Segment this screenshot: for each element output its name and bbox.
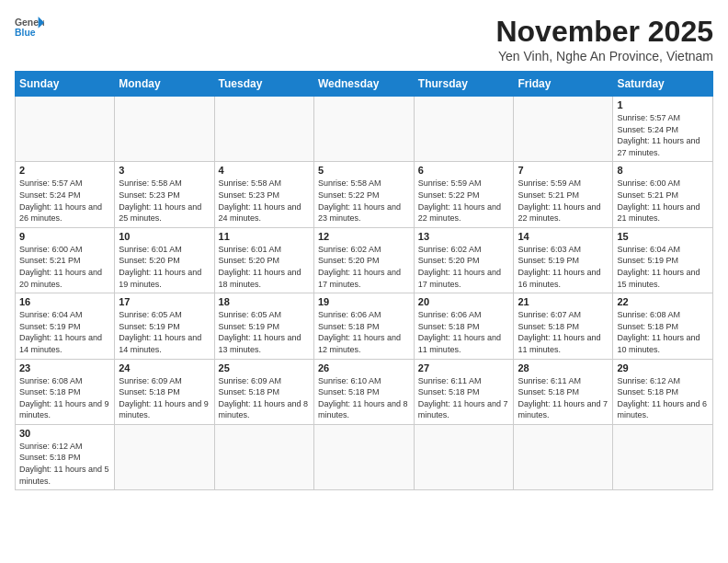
week-row-2: 2 Sunrise: 5:57 AM Sunset: 5:24 PM Dayli…	[16, 162, 713, 227]
empty-cell	[115, 97, 214, 162]
day-22: 22 Sunrise: 6:08 AM Sunset: 5:18 PM Dayl…	[613, 293, 713, 359]
day-20: 20 Sunrise: 6:06 AM Sunset: 5:18 PM Dayl…	[414, 293, 514, 359]
day-18: 18 Sunrise: 6:05 AM Sunset: 5:19 PM Dayl…	[214, 293, 313, 359]
day-30: 30 Sunrise: 6:12 AM Sunset: 5:18 PM Dayl…	[16, 424, 115, 489]
subtitle: Yen Vinh, Nghe An Province, Vietnam	[495, 49, 713, 63]
weekday-header-row: Sunday Monday Tuesday Wednesday Thursday…	[16, 72, 713, 97]
week-row-5: 23 Sunrise: 6:08 AM Sunset: 5:18 PM Dayl…	[16, 359, 713, 424]
header-tuesday: Tuesday	[214, 72, 313, 97]
empty-cell	[414, 424, 514, 489]
empty-cell	[514, 424, 613, 489]
empty-cell	[313, 97, 414, 162]
day-14: 14 Sunrise: 6:03 AM Sunset: 5:19 PM Dayl…	[514, 227, 613, 293]
day-28: 28 Sunrise: 6:11 AM Sunset: 5:18 PM Dayl…	[514, 359, 613, 424]
day-27: 27 Sunrise: 6:11 AM Sunset: 5:18 PM Dayl…	[414, 359, 514, 424]
day-13: 13 Sunrise: 6:02 AM Sunset: 5:20 PM Dayl…	[414, 227, 514, 293]
empty-cell	[514, 97, 613, 162]
month-title: November 2025	[495, 15, 713, 49]
day-6: 6 Sunrise: 5:59 AM Sunset: 5:22 PM Dayli…	[414, 162, 514, 227]
week-row-6: 30 Sunrise: 6:12 AM Sunset: 5:18 PM Dayl…	[16, 424, 713, 489]
header-friday: Friday	[514, 72, 613, 97]
day-17: 17 Sunrise: 6:05 AM Sunset: 5:19 PM Dayl…	[115, 293, 214, 359]
empty-cell	[115, 424, 214, 489]
empty-cell	[313, 424, 414, 489]
day-1: 1 Sunrise: 5:57 AM Sunset: 5:24 PM Dayli…	[613, 97, 713, 162]
day-12: 12 Sunrise: 6:02 AM Sunset: 5:20 PM Dayl…	[313, 227, 414, 293]
svg-text:Blue: Blue	[15, 28, 36, 38]
day-7: 7 Sunrise: 5:59 AM Sunset: 5:21 PM Dayli…	[514, 162, 613, 227]
day-15: 15 Sunrise: 6:04 AM Sunset: 5:19 PM Dayl…	[613, 227, 713, 293]
day-25: 25 Sunrise: 6:09 AM Sunset: 5:18 PM Dayl…	[214, 359, 313, 424]
day-3: 3 Sunrise: 5:58 AM Sunset: 5:23 PM Dayli…	[115, 162, 214, 227]
day-19: 19 Sunrise: 6:06 AM Sunset: 5:18 PM Dayl…	[313, 293, 414, 359]
week-row-1: 1 Sunrise: 5:57 AM Sunset: 5:24 PM Dayli…	[16, 97, 713, 162]
day-16: 16 Sunrise: 6:04 AM Sunset: 5:19 PM Dayl…	[16, 293, 115, 359]
day-10: 10 Sunrise: 6:01 AM Sunset: 5:20 PM Dayl…	[115, 227, 214, 293]
empty-cell	[613, 424, 713, 489]
header-thursday: Thursday	[414, 72, 514, 97]
header: General Blue November 2025 Yen Vinh, Ngh…	[15, 15, 713, 63]
day-5: 5 Sunrise: 5:58 AM Sunset: 5:22 PM Dayli…	[313, 162, 414, 227]
week-row-3: 9 Sunrise: 6:00 AM Sunset: 5:21 PM Dayli…	[16, 227, 713, 293]
day-23: 23 Sunrise: 6:08 AM Sunset: 5:18 PM Dayl…	[16, 359, 115, 424]
day-11: 11 Sunrise: 6:01 AM Sunset: 5:20 PM Dayl…	[214, 227, 313, 293]
logo: General Blue	[15, 15, 44, 40]
day-24: 24 Sunrise: 6:09 AM Sunset: 5:18 PM Dayl…	[115, 359, 214, 424]
empty-cell	[16, 97, 115, 162]
calendar: Sunday Monday Tuesday Wednesday Thursday…	[15, 71, 713, 490]
day-26: 26 Sunrise: 6:10 AM Sunset: 5:18 PM Dayl…	[313, 359, 414, 424]
day-2: 2 Sunrise: 5:57 AM Sunset: 5:24 PM Dayli…	[16, 162, 115, 227]
empty-cell	[414, 97, 514, 162]
logo-icon: General Blue	[15, 15, 44, 40]
day-9: 9 Sunrise: 6:00 AM Sunset: 5:21 PM Dayli…	[16, 227, 115, 293]
header-monday: Monday	[115, 72, 214, 97]
empty-cell	[214, 424, 313, 489]
day-8: 8 Sunrise: 6:00 AM Sunset: 5:21 PM Dayli…	[613, 162, 713, 227]
day-4: 4 Sunrise: 5:58 AM Sunset: 5:23 PM Dayli…	[214, 162, 313, 227]
day-21: 21 Sunrise: 6:07 AM Sunset: 5:18 PM Dayl…	[514, 293, 613, 359]
header-saturday: Saturday	[613, 72, 713, 97]
week-row-4: 16 Sunrise: 6:04 AM Sunset: 5:19 PM Dayl…	[16, 293, 713, 359]
empty-cell	[214, 97, 313, 162]
title-area: November 2025 Yen Vinh, Nghe An Province…	[495, 15, 713, 63]
header-wednesday: Wednesday	[313, 72, 414, 97]
header-sunday: Sunday	[16, 72, 115, 97]
day-29: 29 Sunrise: 6:12 AM Sunset: 5:18 PM Dayl…	[613, 359, 713, 424]
